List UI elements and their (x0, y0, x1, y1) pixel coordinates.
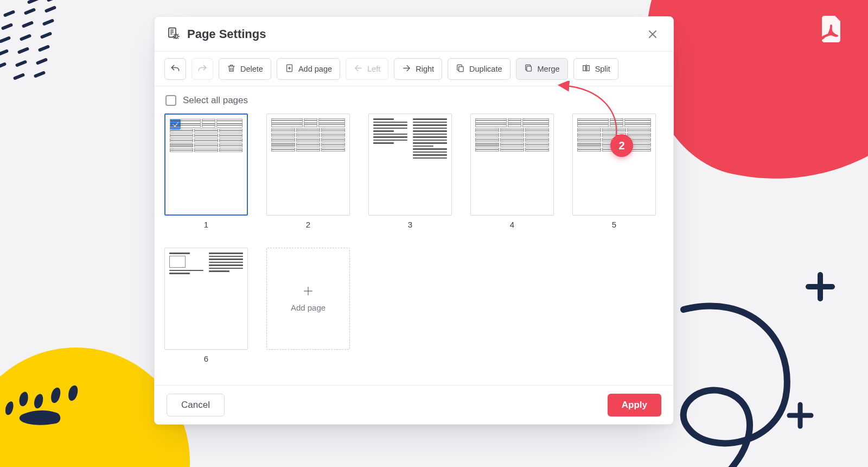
add-page-tile-wrap: Add page (266, 248, 350, 363)
page-number-label: 2 (306, 220, 310, 229)
page-number-label: 1 (204, 220, 208, 229)
pdf-logo-icon (819, 15, 844, 43)
add-page-tile[interactable]: Add page (266, 248, 350, 350)
undo-button[interactable] (164, 58, 186, 80)
page-settings-icon (167, 27, 180, 42)
dialog-header: Page Settings (155, 17, 673, 52)
page-thumbnail-6[interactable] (164, 248, 248, 350)
delete-label: Delete (240, 65, 263, 73)
select-all-label: Select all pages (183, 95, 248, 106)
rotate-right-button[interactable]: Right (394, 58, 442, 80)
apply-label: Apply (622, 400, 647, 411)
page-thumbnail: 2 (266, 113, 350, 229)
rotate-left-button[interactable]: Left (346, 58, 388, 80)
duplicate-button[interactable]: Duplicate (448, 58, 510, 80)
page-number-label: 4 (510, 220, 514, 229)
plus-icon (302, 285, 314, 299)
plus-doodle-decor (805, 272, 835, 302)
page-thumbnail: 6 (164, 248, 248, 363)
plus-doodle-decor (787, 402, 814, 429)
add-page-label: Add page (298, 65, 332, 73)
add-page-button[interactable]: Add page (277, 58, 340, 80)
dots-doodle-decor (0, 0, 71, 89)
paws-doodle-decor (5, 364, 130, 429)
select-all-checkbox[interactable] (165, 95, 176, 106)
dialog-title: Page Settings (187, 27, 266, 41)
merge-label: Merge (538, 65, 560, 73)
add-page-tile-label: Add page (291, 303, 326, 312)
arrow-right-icon (402, 64, 411, 74)
delete-button[interactable]: Delete (219, 58, 271, 80)
page-thumbnail-4[interactable] (470, 113, 554, 216)
duplicate-label: Duplicate (469, 65, 502, 73)
page-thumbnail-3[interactable] (368, 113, 452, 216)
left-label: Left (367, 65, 380, 73)
split-icon (582, 64, 591, 74)
cancel-label: Cancel (181, 400, 210, 411)
add-page-icon (285, 64, 294, 74)
redo-button[interactable] (192, 58, 213, 80)
dialog-footer: Cancel Apply (155, 385, 673, 424)
arrow-left-icon (354, 64, 363, 74)
cancel-button[interactable]: Cancel (167, 394, 225, 416)
page-number-label: 5 (612, 220, 616, 229)
page-thumbnail: 3 (368, 113, 452, 229)
apply-button[interactable]: Apply (608, 394, 661, 416)
merge-button[interactable]: Merge (516, 58, 568, 80)
svg-rect-16 (459, 66, 464, 71)
split-label: Split (595, 65, 610, 73)
annotation-step-badge: 2 (610, 134, 633, 157)
swoosh-doodle-decor (651, 293, 825, 467)
split-button[interactable]: Split (573, 58, 618, 80)
page-thumbnail-grid: 1 2 (164, 113, 663, 363)
page-thumbnail-2[interactable] (266, 113, 350, 216)
page-number-label: 6 (204, 354, 208, 363)
right-label: Right (416, 65, 434, 73)
page-thumbnail: 1 (164, 113, 248, 229)
trash-icon (227, 64, 236, 74)
close-button[interactable] (644, 26, 661, 43)
page-thumbnail: 4 (470, 113, 554, 229)
annotation-step-label: 2 (618, 140, 624, 152)
page-settings-dialog: Page Settings Delete Add page (154, 16, 674, 425)
svg-rect-17 (526, 66, 531, 71)
merge-icon (524, 64, 533, 74)
page-number-label: 3 (408, 220, 412, 229)
duplicate-icon (456, 64, 465, 74)
page-thumbnail-1[interactable] (164, 113, 248, 216)
